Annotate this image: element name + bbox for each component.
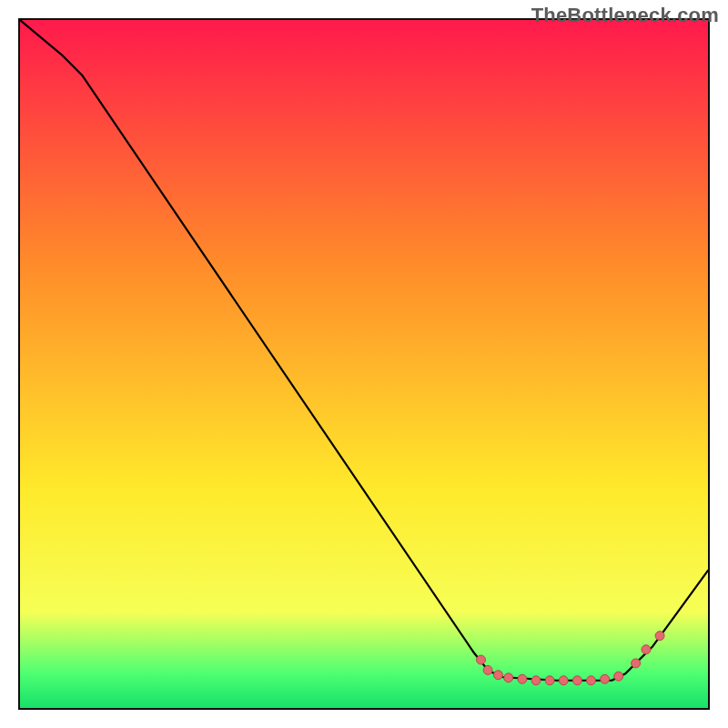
- chart-area: [18, 18, 710, 710]
- watermark-text: TheBottleneck.com: [531, 4, 719, 27]
- gradient-background: [20, 20, 708, 708]
- svg-rect-0: [20, 20, 708, 708]
- stage: TheBottleneck.com: [0, 0, 728, 728]
